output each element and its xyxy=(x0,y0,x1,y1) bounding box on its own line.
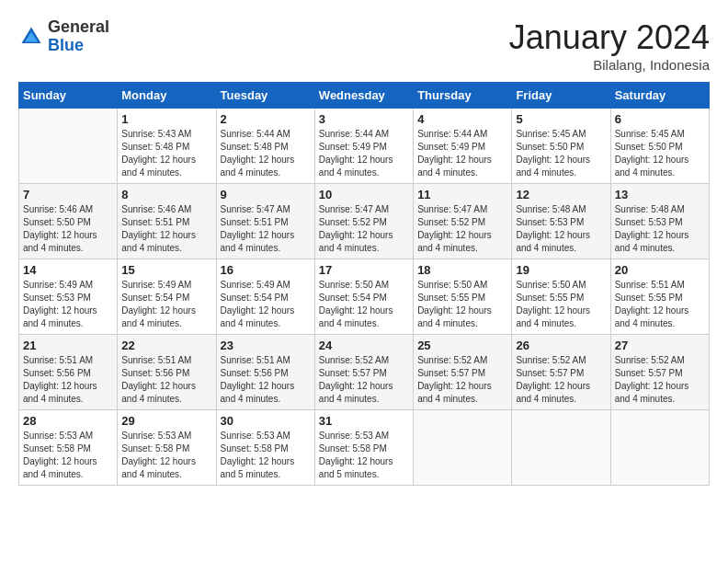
day-number: 16 xyxy=(221,263,311,277)
calendar-cell: 14Sunrise: 5:49 AMSunset: 5:53 PMDayligh… xyxy=(19,259,118,335)
calendar-cell xyxy=(414,410,512,486)
calendar-cell: 22Sunrise: 5:51 AMSunset: 5:56 PMDayligh… xyxy=(118,335,216,410)
weekday-header-sunday: Sunday xyxy=(19,83,118,109)
calendar-week-row: 1Sunrise: 5:43 AMSunset: 5:48 PMDaylight… xyxy=(19,109,710,184)
day-number: 15 xyxy=(121,263,211,277)
calendar-header: SundayMondayTuesdayWednesdayThursdayFrid… xyxy=(19,83,710,109)
day-info: Sunrise: 5:47 AMSunset: 5:52 PMDaylight:… xyxy=(417,203,507,255)
day-number: 18 xyxy=(417,263,507,277)
calendar-subtitle: Bilalang, Indonesia xyxy=(509,57,710,73)
day-info: Sunrise: 5:49 AMSunset: 5:54 PMDaylight:… xyxy=(121,279,211,330)
day-info: Sunrise: 5:44 AMSunset: 5:48 PMDaylight:… xyxy=(221,128,311,179)
calendar-table: SundayMondayTuesdayWednesdayThursdayFrid… xyxy=(18,82,710,486)
weekday-header-monday: Monday xyxy=(118,83,216,109)
day-info: Sunrise: 5:46 AMSunset: 5:50 PMDaylight:… xyxy=(23,203,113,255)
day-info: Sunrise: 5:45 AMSunset: 5:50 PMDaylight:… xyxy=(516,128,606,179)
day-number: 20 xyxy=(615,263,705,277)
day-number: 3 xyxy=(319,112,409,126)
calendar-cell: 24Sunrise: 5:52 AMSunset: 5:57 PMDayligh… xyxy=(314,335,413,410)
day-number: 13 xyxy=(615,188,705,201)
day-number: 8 xyxy=(121,188,211,201)
logo-general-text: General xyxy=(48,18,109,37)
calendar-cell: 6Sunrise: 5:45 AMSunset: 5:50 PMDaylight… xyxy=(610,109,709,184)
day-info: Sunrise: 5:52 AMSunset: 5:57 PMDaylight:… xyxy=(615,354,705,406)
day-info: Sunrise: 5:44 AMSunset: 5:49 PMDaylight:… xyxy=(417,128,507,179)
weekday-header-friday: Friday xyxy=(512,83,610,109)
calendar-week-row: 7Sunrise: 5:46 AMSunset: 5:50 PMDaylight… xyxy=(19,184,710,259)
day-info: Sunrise: 5:44 AMSunset: 5:49 PMDaylight:… xyxy=(319,128,409,179)
calendar-cell: 8Sunrise: 5:46 AMSunset: 5:51 PMDaylight… xyxy=(118,184,216,259)
calendar-cell: 4Sunrise: 5:44 AMSunset: 5:49 PMDaylight… xyxy=(414,109,512,184)
calendar-cell: 26Sunrise: 5:52 AMSunset: 5:57 PMDayligh… xyxy=(512,335,610,410)
day-info: Sunrise: 5:51 AMSunset: 5:55 PMDaylight:… xyxy=(615,279,705,330)
day-info: Sunrise: 5:52 AMSunset: 5:57 PMDaylight:… xyxy=(319,354,409,406)
day-info: Sunrise: 5:48 AMSunset: 5:53 PMDaylight:… xyxy=(615,203,705,255)
logo: General Blue xyxy=(18,18,109,55)
day-number: 27 xyxy=(615,339,705,352)
calendar-cell: 21Sunrise: 5:51 AMSunset: 5:56 PMDayligh… xyxy=(19,335,118,410)
calendar-cell: 10Sunrise: 5:47 AMSunset: 5:52 PMDayligh… xyxy=(314,184,413,259)
calendar-cell xyxy=(512,410,610,486)
calendar-cell: 31Sunrise: 5:53 AMSunset: 5:58 PMDayligh… xyxy=(314,410,413,486)
day-number: 28 xyxy=(23,414,113,428)
calendar-cell xyxy=(19,109,118,184)
calendar-cell: 27Sunrise: 5:52 AMSunset: 5:57 PMDayligh… xyxy=(610,335,709,410)
calendar-cell: 15Sunrise: 5:49 AMSunset: 5:54 PMDayligh… xyxy=(118,259,216,335)
calendar-cell: 19Sunrise: 5:50 AMSunset: 5:55 PMDayligh… xyxy=(512,259,610,335)
page-header: General Blue January 2024 Bilalang, Indo… xyxy=(18,18,710,73)
title-block: January 2024 Bilalang, Indonesia xyxy=(509,18,710,73)
day-number: 6 xyxy=(615,112,705,126)
calendar-body: 1Sunrise: 5:43 AMSunset: 5:48 PMDaylight… xyxy=(19,109,710,486)
calendar-cell xyxy=(610,410,709,486)
calendar-cell: 25Sunrise: 5:52 AMSunset: 5:57 PMDayligh… xyxy=(414,335,512,410)
day-number: 4 xyxy=(417,112,507,126)
calendar-title: January 2024 xyxy=(509,18,710,57)
day-number: 17 xyxy=(319,263,409,277)
calendar-cell: 7Sunrise: 5:46 AMSunset: 5:50 PMDaylight… xyxy=(19,184,118,259)
day-info: Sunrise: 5:51 AMSunset: 5:56 PMDaylight:… xyxy=(23,354,113,406)
calendar-cell: 3Sunrise: 5:44 AMSunset: 5:49 PMDaylight… xyxy=(314,109,413,184)
day-number: 31 xyxy=(319,414,409,428)
calendar-cell: 13Sunrise: 5:48 AMSunset: 5:53 PMDayligh… xyxy=(610,184,709,259)
day-info: Sunrise: 5:51 AMSunset: 5:56 PMDaylight:… xyxy=(121,354,211,406)
day-info: Sunrise: 5:45 AMSunset: 5:50 PMDaylight:… xyxy=(615,128,705,179)
day-info: Sunrise: 5:50 AMSunset: 5:55 PMDaylight:… xyxy=(417,279,507,330)
calendar-cell: 23Sunrise: 5:51 AMSunset: 5:56 PMDayligh… xyxy=(216,335,314,410)
calendar-cell: 28Sunrise: 5:53 AMSunset: 5:58 PMDayligh… xyxy=(19,410,118,486)
calendar-week-row: 14Sunrise: 5:49 AMSunset: 5:53 PMDayligh… xyxy=(19,259,710,335)
logo-text: General Blue xyxy=(48,18,109,55)
day-number: 23 xyxy=(221,339,311,352)
calendar-cell: 5Sunrise: 5:45 AMSunset: 5:50 PMDaylight… xyxy=(512,109,610,184)
day-number: 25 xyxy=(417,339,507,352)
calendar-cell: 16Sunrise: 5:49 AMSunset: 5:54 PMDayligh… xyxy=(216,259,314,335)
day-info: Sunrise: 5:52 AMSunset: 5:57 PMDaylight:… xyxy=(417,354,507,406)
calendar-week-row: 21Sunrise: 5:51 AMSunset: 5:56 PMDayligh… xyxy=(19,335,710,410)
weekday-header-row: SundayMondayTuesdayWednesdayThursdayFrid… xyxy=(19,83,710,109)
day-info: Sunrise: 5:53 AMSunset: 5:58 PMDaylight:… xyxy=(221,430,311,481)
weekday-header-wednesday: Wednesday xyxy=(314,83,413,109)
calendar-cell: 20Sunrise: 5:51 AMSunset: 5:55 PMDayligh… xyxy=(610,259,709,335)
day-info: Sunrise: 5:53 AMSunset: 5:58 PMDaylight:… xyxy=(121,430,211,481)
day-info: Sunrise: 5:48 AMSunset: 5:53 PMDaylight:… xyxy=(516,203,606,255)
day-number: 29 xyxy=(121,414,211,428)
day-info: Sunrise: 5:49 AMSunset: 5:54 PMDaylight:… xyxy=(221,279,311,330)
day-info: Sunrise: 5:49 AMSunset: 5:53 PMDaylight:… xyxy=(23,279,113,330)
weekday-header-thursday: Thursday xyxy=(414,83,512,109)
day-number: 5 xyxy=(516,112,606,126)
day-number: 1 xyxy=(121,112,211,126)
day-number: 26 xyxy=(516,339,606,352)
calendar-cell: 18Sunrise: 5:50 AMSunset: 5:55 PMDayligh… xyxy=(414,259,512,335)
day-info: Sunrise: 5:47 AMSunset: 5:51 PMDaylight:… xyxy=(221,203,311,255)
day-number: 24 xyxy=(319,339,409,352)
calendar-cell: 29Sunrise: 5:53 AMSunset: 5:58 PMDayligh… xyxy=(118,410,216,486)
day-number: 21 xyxy=(23,339,113,352)
day-info: Sunrise: 5:46 AMSunset: 5:51 PMDaylight:… xyxy=(121,203,211,255)
day-info: Sunrise: 5:47 AMSunset: 5:52 PMDaylight:… xyxy=(319,203,409,255)
day-info: Sunrise: 5:53 AMSunset: 5:58 PMDaylight:… xyxy=(23,430,113,481)
calendar-cell: 30Sunrise: 5:53 AMSunset: 5:58 PMDayligh… xyxy=(216,410,314,486)
day-number: 2 xyxy=(221,112,311,126)
day-number: 22 xyxy=(121,339,211,352)
calendar-cell: 17Sunrise: 5:50 AMSunset: 5:54 PMDayligh… xyxy=(314,259,413,335)
calendar-cell: 9Sunrise: 5:47 AMSunset: 5:51 PMDaylight… xyxy=(216,184,314,259)
day-number: 30 xyxy=(221,414,311,428)
